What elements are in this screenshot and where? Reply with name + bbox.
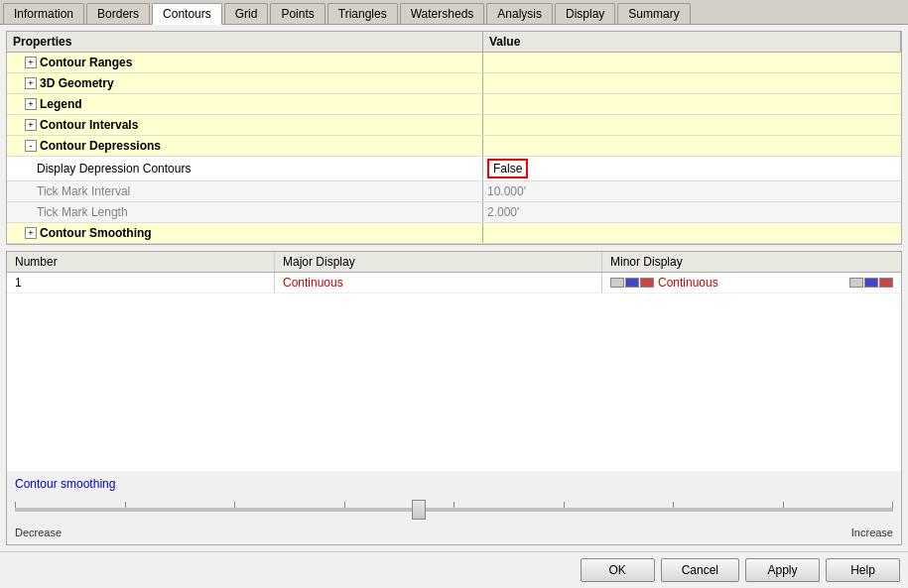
properties-header: Properties Value — [7, 32, 901, 53]
expand-contour-depressions[interactable]: - — [25, 140, 37, 152]
tab-display[interactable]: Display — [555, 3, 615, 24]
display-cell-minor[interactable]: Continuous — [602, 273, 901, 293]
prop-name-contour-smoothing-prop: + Contour Smoothing — [7, 223, 483, 243]
minor-icon-box — [610, 278, 624, 288]
prop-value-tick-mark-length: 2.000' — [483, 202, 901, 222]
prop-row-display-depression: Display Depression Contours False — [7, 157, 901, 181]
slider-decrease-label: Decrease — [15, 527, 62, 538]
minor-icon-lines — [625, 278, 639, 288]
prop-name-tick-mark-length: Tick Mark Length — [7, 202, 483, 222]
display-major-header: Major Display — [275, 252, 602, 272]
prop-name-tick-mark-interval: Tick Mark Interval — [7, 181, 483, 201]
display-panel: Number Major Display Minor Display 1 Con… — [6, 251, 902, 545]
tab-watersheds[interactable]: Watersheds — [400, 3, 485, 24]
properties-panel: Properties Value + Contour Ranges + 3D G… — [6, 31, 902, 245]
prop-name-3d-geometry: + 3D Geometry — [7, 73, 483, 93]
prop-row-legend: + Legend — [7, 94, 901, 115]
tab-grid[interactable]: Grid — [224, 3, 269, 24]
ok-button[interactable]: OK — [581, 558, 655, 582]
slider-container — [15, 495, 893, 525]
apply-button[interactable]: Apply — [745, 558, 820, 582]
smoothing-label: Contour smoothing — [15, 477, 893, 491]
slider-increase-label: Increase — [851, 527, 893, 538]
tab-information[interactable]: Information — [3, 3, 84, 24]
prop-row-contour-ranges: + Contour Ranges — [7, 53, 901, 73]
display-row-1: 1 Continuous Continuous — [7, 273, 901, 294]
prop-value-3d-geometry — [483, 73, 901, 93]
props-name-header: Properties — [7, 32, 483, 53]
content-area: Properties Value + Contour Ranges + 3D G… — [0, 25, 908, 551]
display-body — [7, 294, 901, 471]
minor-icon-box2 — [849, 278, 863, 288]
main-window: Information Borders Contours Grid Points… — [0, 0, 908, 588]
prop-value-display-depression: False — [483, 157, 901, 180]
cancel-button[interactable]: Cancel — [661, 558, 739, 582]
slider-labels: Decrease Increase — [15, 527, 893, 538]
display-cell-major[interactable]: Continuous — [275, 273, 602, 293]
display-minor-header: Minor Display — [602, 252, 901, 272]
prop-value-contour-intervals — [483, 115, 901, 135]
smoothing-section: Contour smoothing — [7, 471, 901, 544]
prop-row-contour-intervals: + Contour Intervals — [7, 115, 901, 136]
props-value-header: Value — [483, 32, 901, 53]
minor-icon-lines2 — [864, 278, 878, 288]
prop-value-legend — [483, 94, 901, 114]
minor-icons-right — [849, 278, 893, 288]
button-bar: OK Cancel Apply Help — [0, 551, 908, 588]
minor-icon-color2 — [879, 278, 893, 288]
prop-row-contour-depressions: - Contour Depressions — [7, 136, 901, 157]
tab-bar: Information Borders Contours Grid Points… — [0, 0, 908, 25]
display-cell-number: 1 — [7, 273, 275, 293]
prop-row-3d-geometry: + 3D Geometry — [7, 73, 901, 94]
prop-value-contour-smoothing-prop — [483, 223, 901, 243]
tab-contours[interactable]: Contours — [152, 3, 222, 25]
expand-3d-geometry[interactable]: + — [25, 77, 37, 89]
prop-row-contour-smoothing-prop: + Contour Smoothing — [7, 223, 901, 244]
expand-contour-intervals[interactable]: + — [25, 119, 37, 131]
prop-name-contour-depressions: - Contour Depressions — [7, 136, 483, 156]
slider-thumb[interactable] — [412, 500, 426, 520]
prop-name-display-depression: Display Depression Contours — [7, 157, 483, 180]
prop-value-contour-depressions — [483, 136, 901, 156]
prop-row-tick-mark-interval: Tick Mark Interval 10.000' — [7, 181, 901, 202]
display-number-header: Number — [7, 252, 275, 272]
minor-icon-color — [640, 278, 654, 288]
slider-ticks — [15, 502, 893, 508]
prop-row-tick-mark-length: Tick Mark Length 2.000' — [7, 202, 901, 223]
tab-points[interactable]: Points — [270, 3, 324, 24]
tab-triangles[interactable]: Triangles — [327, 3, 398, 24]
prop-value-tick-mark-interval: 10.000' — [483, 181, 901, 201]
prop-name-contour-ranges: + Contour Ranges — [7, 53, 483, 72]
prop-name-legend: + Legend — [7, 94, 483, 114]
minor-icons — [610, 278, 654, 288]
slider-track — [15, 508, 893, 512]
expand-contour-smoothing-prop[interactable]: + — [25, 227, 37, 239]
tab-summary[interactable]: Summary — [617, 3, 690, 24]
expand-contour-ranges[interactable]: + — [25, 57, 37, 68]
prop-value-contour-ranges — [483, 53, 901, 72]
prop-name-contour-intervals: + Contour Intervals — [7, 115, 483, 135]
tab-borders[interactable]: Borders — [86, 3, 150, 24]
display-header: Number Major Display Minor Display — [7, 252, 901, 273]
help-button[interactable]: Help — [826, 558, 900, 582]
tab-analysis[interactable]: Analysis — [486, 3, 553, 24]
display-depression-value[interactable]: False — [487, 159, 528, 178]
expand-legend[interactable]: + — [25, 98, 37, 110]
